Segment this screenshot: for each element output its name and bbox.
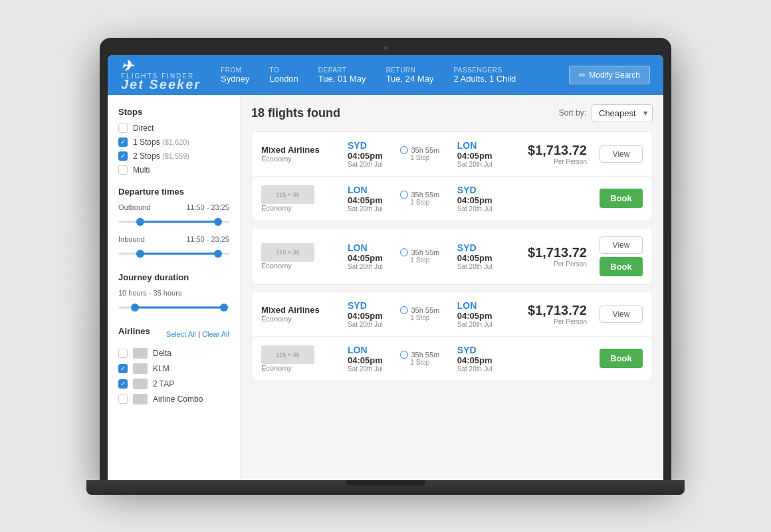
flight-price-actions-1: $1,713.72 Per Person View bbox=[520, 143, 643, 165]
tap-logo bbox=[133, 379, 148, 389]
airline-info-inbound-1: 115 × 36 Economy bbox=[261, 185, 348, 212]
inbound-logo-3: 115 × 36 bbox=[261, 345, 314, 364]
price-area-2: $1,713.72 Per Person bbox=[520, 245, 587, 268]
stops-1stop-checkbox[interactable] bbox=[118, 137, 128, 147]
clock-icon-inbound-1 bbox=[400, 191, 408, 199]
airline-delta[interactable]: Delta bbox=[118, 348, 229, 359]
airline-klm-checkbox[interactable] bbox=[118, 364, 128, 373]
duration-slider-right-thumb[interactable] bbox=[220, 304, 228, 311]
clock-icon bbox=[400, 146, 408, 154]
sort-area: Sort by: Cheapest Fastest Best bbox=[559, 104, 653, 122]
sort-label: Sort by: bbox=[559, 108, 586, 118]
results-count: 18 flights found bbox=[251, 106, 340, 120]
stops-direct-checkbox[interactable] bbox=[118, 124, 128, 133]
laptop-base bbox=[86, 480, 685, 495]
inbound-slider-left-thumb[interactable] bbox=[136, 250, 144, 258]
inbound-slider-right-thumb[interactable] bbox=[214, 250, 222, 258]
pencil-icon: ✏ bbox=[579, 70, 586, 80]
clear-all-link[interactable]: Clear All bbox=[202, 330, 229, 338]
logo-2: 115 × 36 bbox=[261, 243, 314, 262]
duration-filter: Journey duration 10 hours - 35 hours bbox=[118, 272, 229, 314]
logo: ✈ FLIGHTS FINDER Jet Seeker bbox=[121, 58, 201, 92]
results-header: 18 flights found Sort by: Cheapest Faste… bbox=[251, 104, 653, 122]
outbound-slider-left-thumb[interactable] bbox=[136, 218, 144, 226]
select-all-link[interactable]: Select All bbox=[166, 330, 196, 338]
airlines-header: Airlines Select All | Clear All bbox=[118, 326, 229, 343]
stops-filter: Stops Direct 1 Stops ($1,620) bbox=[118, 107, 229, 175]
flight-row-inbound-3: 115 × 36 Economy LON 04:05pm Sat 20th Ju… bbox=[252, 337, 652, 381]
return-field: Return Tue, 24 May bbox=[386, 66, 434, 84]
combo-logo bbox=[133, 394, 148, 404]
flight-row-outbound-1: Mixed Airlines Economy SYD 04:05pm Sat 2… bbox=[252, 132, 652, 177]
airlines-filter: Airlines Select All | Clear All bbox=[118, 326, 229, 404]
airline-info-2: 115 × 36 Economy bbox=[261, 243, 348, 270]
arrival-point-1: LON 04:05pm Sat 20th Jul bbox=[457, 140, 493, 168]
flight-segment-3: SYD 04:05pm Sat 20th Jul 35h 55m bbox=[348, 300, 520, 328]
airline-combo[interactable]: Airline Combo bbox=[118, 394, 229, 404]
depart-field: Depart Tue, 01 May bbox=[318, 66, 366, 84]
stops-2stop[interactable]: 2 Stops ($1,559) bbox=[118, 151, 229, 161]
airline-delta-checkbox[interactable] bbox=[118, 349, 128, 358]
airline-tap[interactable]: 2 TAP bbox=[118, 379, 229, 389]
duration-slider-left-thumb[interactable] bbox=[131, 304, 139, 311]
duration-range-label: 10 hours - 35 hours bbox=[118, 289, 229, 297]
airline-tap-checkbox[interactable] bbox=[118, 379, 128, 389]
departure-point-1: SYD 04:05pm Sat 20th Jul bbox=[348, 140, 383, 168]
clock-icon-inbound-3 bbox=[400, 351, 408, 359]
inbound-label: Inbound 11:50 - 23:25 bbox=[118, 235, 229, 243]
flight-row-2: 115 × 36 Economy LON 04:05pm Sat 20th Ju… bbox=[252, 228, 652, 284]
outbound-label: Outbound 11:50 - 23:25 bbox=[118, 203, 229, 211]
modify-search-button[interactable]: ✏ Modify Search bbox=[569, 66, 650, 84]
price-area-1: $1,713.72 Per Person bbox=[520, 143, 587, 165]
main-content: Stops Direct 1 Stops ($1,620) bbox=[108, 95, 663, 480]
flight-segment-1: SYD 04:05pm Sat 20th Jul 35h 55m bbox=[348, 140, 520, 168]
stops-direct[interactable]: Direct bbox=[118, 124, 229, 133]
inbound-slider[interactable] bbox=[118, 247, 229, 260]
view-button-3[interactable]: View bbox=[600, 306, 643, 323]
book-button-2[interactable]: Book bbox=[600, 257, 643, 276]
duration-1: 35h 55m 1 Stop bbox=[393, 146, 447, 161]
airline-info-1: Mixed Airlines Economy bbox=[261, 145, 348, 163]
stops-multi-checkbox[interactable] bbox=[118, 165, 128, 175]
stops-1stop[interactable]: 1 Stops ($1,620) bbox=[118, 137, 229, 147]
sort-select-wrapper: Cheapest Fastest Best bbox=[592, 104, 653, 122]
filters-sidebar: Stops Direct 1 Stops ($1,620) bbox=[108, 95, 241, 480]
price-area-3: $1,713.72 Per Person bbox=[520, 303, 587, 325]
stops-multi[interactable]: Multi bbox=[118, 165, 229, 175]
view-button-2[interactable]: View bbox=[600, 236, 643, 254]
book-button-1[interactable]: Book bbox=[600, 189, 643, 208]
flight-segment-inbound-1: LON 04:05pm Sat 20th Jul 35h 55m bbox=[348, 185, 520, 213]
airline-info-3: Mixed Airlines Economy bbox=[261, 305, 348, 323]
stops-2stop-checkbox[interactable] bbox=[118, 151, 128, 161]
to-field: To London bbox=[269, 66, 298, 84]
flight-segment-2: LON 04:05pm Sat 20th Jul 35h 55m bbox=[348, 242, 520, 270]
sort-select[interactable]: Cheapest Fastest Best bbox=[592, 104, 653, 122]
book-button-3[interactable]: Book bbox=[600, 349, 643, 368]
outbound-slider[interactable] bbox=[118, 215, 229, 228]
flight-card-3: Mixed Airlines Economy SYD 04:05pm Sat 2… bbox=[251, 292, 653, 381]
inbound-logo-1: 115 × 36 bbox=[261, 185, 314, 204]
outbound-slider-right-thumb[interactable] bbox=[214, 218, 222, 226]
view-button-1[interactable]: View bbox=[600, 145, 643, 163]
clock-icon-2 bbox=[400, 248, 408, 256]
departure-times-filter: Departure times Outbound 11:50 - 23:25 bbox=[118, 187, 229, 260]
flight-card-1: Mixed Airlines Economy SYD 04:05pm Sat 2… bbox=[251, 132, 653, 221]
airline-combo-checkbox[interactable] bbox=[118, 395, 128, 404]
from-field: From Sydney bbox=[221, 66, 249, 84]
duration-slider[interactable] bbox=[118, 301, 229, 314]
header-fields: From Sydney To London Depart Tue, 01 May bbox=[221, 66, 549, 84]
flight-actions-1: View bbox=[596, 145, 643, 163]
delta-logo bbox=[133, 348, 148, 359]
airline-klm[interactable]: KLM bbox=[118, 363, 229, 374]
flight-row-inbound-1: 115 × 36 Economy LON 04:05pm Sat 20th Ju… bbox=[252, 177, 652, 221]
flight-card-2: 115 × 36 Economy LON 04:05pm Sat 20th Ju… bbox=[251, 228, 653, 285]
flight-row-outbound-3: Mixed Airlines Economy SYD 04:05pm Sat 2… bbox=[252, 292, 652, 337]
results-panel: 18 flights found Sort by: Cheapest Faste… bbox=[241, 95, 663, 480]
passengers-field: Passengers 2 Adults, 1 Child bbox=[453, 66, 516, 84]
app-header: ✈ FLIGHTS FINDER Jet Seeker From Sydney … bbox=[108, 55, 663, 95]
clock-icon-3 bbox=[400, 306, 408, 314]
klm-logo bbox=[133, 363, 148, 374]
